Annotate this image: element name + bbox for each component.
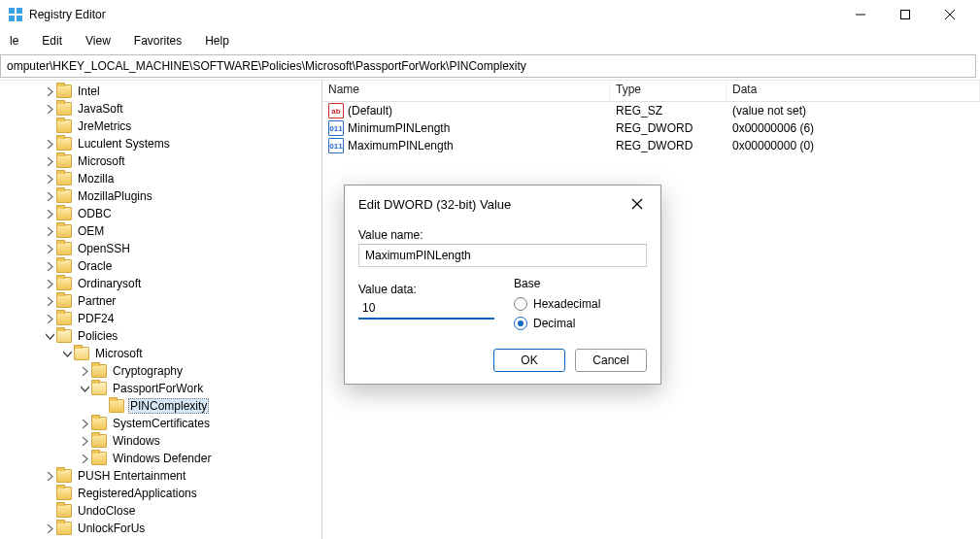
chevron-right-icon[interactable]	[43, 297, 56, 306]
tree-item[interactable]: PUSH Entertainment	[0, 467, 321, 485]
chevron-down-icon[interactable]	[60, 350, 74, 358]
chevron-right-icon[interactable]	[43, 245, 56, 253]
tree-item[interactable]: Luculent Systems	[0, 135, 321, 152]
tree-item-label: Cryptography	[111, 364, 185, 378]
value-row[interactable]: 011MinimumPINLengthREG_DWORD0x00000006 (…	[322, 119, 980, 137]
tree-item[interactable]: RegisteredApplications	[0, 485, 321, 502]
folder-icon	[74, 347, 89, 360]
chevron-right-icon[interactable]	[78, 367, 91, 376]
dialog-close-button[interactable]	[627, 194, 647, 214]
tree-item[interactable]: Ordinarysoft	[0, 275, 321, 292]
tree-item[interactable]: JavaSoft	[0, 100, 321, 118]
chevron-right-icon[interactable]	[43, 157, 56, 166]
title-bar: Registry Editor	[0, 0, 980, 29]
svg-rect-5	[901, 11, 910, 19]
tree-item[interactable]: ODBC	[0, 205, 321, 222]
radio-decimal[interactable]: Decimal	[514, 314, 600, 333]
chevron-right-icon[interactable]	[43, 192, 56, 201]
chevron-right-icon[interactable]	[78, 420, 91, 428]
tree-item[interactable]: Intel	[0, 83, 321, 100]
dword-value-icon: 011	[328, 120, 344, 136]
tree-item[interactable]: Microsoft	[0, 152, 321, 170]
tree-item-label: PINComplexity	[128, 398, 209, 414]
tree-item[interactable]: Microsoft	[0, 345, 321, 362]
svg-rect-0	[9, 8, 15, 14]
chevron-right-icon[interactable]	[43, 140, 56, 149]
address-bar[interactable]: omputer\HKEY_LOCAL_MACHINE\SOFTWARE\Poli…	[0, 54, 976, 78]
menu-favorites[interactable]: Favorites	[128, 32, 187, 50]
tree-item-label: Policies	[76, 329, 119, 343]
tree-item[interactable]: PDF24	[0, 310, 321, 327]
value-data: (value not set)	[727, 104, 980, 118]
menu-edit[interactable]: Edit	[36, 32, 68, 50]
minimize-button[interactable]	[838, 0, 883, 29]
tree-item[interactable]: Windows Defender	[0, 450, 321, 467]
tree-item-label: ODBC	[76, 207, 114, 220]
address-text: omputer\HKEY_LOCAL_MACHINE\SOFTWARE\Poli…	[7, 59, 526, 73]
col-header-name[interactable]: Name	[322, 81, 610, 101]
chevron-right-icon[interactable]	[43, 315, 56, 323]
tree-item-label: PUSH Entertainment	[76, 469, 187, 483]
edit-dword-dialog: Edit DWORD (32-bit) Value Value name: Ma…	[344, 185, 661, 385]
tree-pane[interactable]: IntelJavaSoftJreMetricsLuculent SystemsM…	[0, 81, 322, 539]
chevron-right-icon[interactable]	[43, 262, 56, 271]
radio-dec-label: Decimal	[533, 317, 575, 330]
tree-item[interactable]: Policies	[0, 327, 321, 345]
value-type: REG_DWORD	[610, 121, 727, 135]
value-name: (Default)	[348, 104, 392, 118]
chevron-down-icon[interactable]	[78, 385, 91, 393]
folder-icon	[56, 119, 72, 133]
tree-item[interactable]: PINComplexity	[0, 397, 321, 415]
chevron-down-icon[interactable]	[43, 332, 56, 341]
chevron-right-icon[interactable]	[43, 280, 56, 288]
menu-view[interactable]: View	[80, 32, 117, 50]
chevron-right-icon[interactable]	[43, 227, 56, 236]
tree-item[interactable]: Mozilla	[0, 170, 321, 187]
col-header-type[interactable]: Type	[610, 81, 727, 101]
folder-icon	[56, 329, 72, 343]
tree-item[interactable]: Cryptography	[0, 362, 321, 380]
tree-item[interactable]: PassportForWork	[0, 380, 321, 397]
tree-item[interactable]: UnlockForUs	[0, 520, 321, 537]
tree-item[interactable]: Windows	[0, 432, 321, 450]
tree-item-label: UndoClose	[76, 504, 137, 518]
window-title: Registry Editor	[29, 8, 106, 21]
menu-help[interactable]: Help	[199, 32, 235, 50]
menu-bar: le Edit View Favorites Help	[0, 29, 980, 52]
chevron-right-icon[interactable]	[78, 437, 91, 446]
app-icon	[8, 7, 23, 22]
chevron-right-icon[interactable]	[78, 455, 91, 463]
radio-hexadecimal[interactable]: Hexadecimal	[514, 294, 600, 314]
value-row[interactable]: ab(Default)REG_SZ(value not set)	[322, 102, 980, 119]
value-name-field: MaximumPINLength	[358, 244, 647, 267]
chevron-right-icon[interactable]	[43, 105, 56, 114]
close-button[interactable]	[928, 0, 972, 29]
maximize-button[interactable]	[883, 0, 928, 29]
tree-item-label: Partner	[76, 294, 118, 308]
ok-button[interactable]: OK	[493, 349, 565, 372]
folder-icon	[91, 434, 107, 448]
chevron-right-icon[interactable]	[43, 87, 56, 96]
tree-item-label: Luculent Systems	[76, 137, 172, 151]
tree-item[interactable]: MozillaPlugins	[0, 187, 321, 205]
menu-file[interactable]: le	[4, 32, 24, 50]
value-data-input[interactable]	[358, 298, 494, 320]
tree-item[interactable]: UndoClose	[0, 502, 321, 520]
folder-icon	[91, 382, 107, 395]
chevron-right-icon[interactable]	[43, 210, 56, 219]
value-row[interactable]: 011MaximumPINLengthREG_DWORD0x00000000 (…	[322, 137, 980, 154]
tree-item-label: JavaSoft	[76, 102, 125, 116]
tree-item[interactable]: Oracle	[0, 257, 321, 275]
folder-icon	[56, 102, 72, 116]
col-header-data[interactable]: Data	[727, 81, 980, 101]
tree-item[interactable]: SystemCertificates	[0, 415, 321, 432]
tree-item[interactable]: OpenSSH	[0, 240, 321, 257]
folder-icon	[56, 242, 72, 255]
tree-item[interactable]: JreMetrics	[0, 118, 321, 135]
cancel-button[interactable]: Cancel	[575, 349, 647, 372]
tree-item[interactable]: OEM	[0, 222, 321, 240]
tree-item[interactable]: Partner	[0, 292, 321, 310]
chevron-right-icon[interactable]	[43, 524, 56, 533]
chevron-right-icon[interactable]	[43, 175, 56, 184]
chevron-right-icon[interactable]	[43, 472, 56, 481]
